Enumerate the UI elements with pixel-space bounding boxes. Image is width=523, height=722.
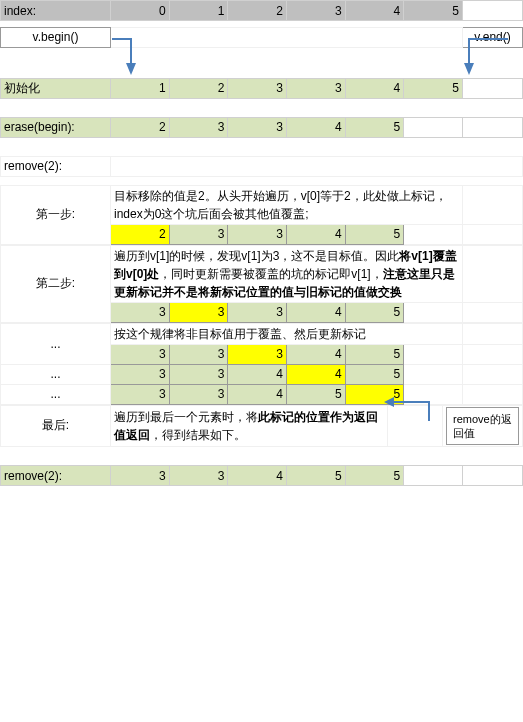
idx-cell: 4 xyxy=(345,1,404,21)
arrow-return xyxy=(384,397,394,407)
index-label: index: xyxy=(1,1,111,21)
init-label: 初始化 xyxy=(1,78,111,98)
stepdots-block: ... 按这个规律将非目标值用于覆盖、然后更新标记 3 3 3 4 5 ... … xyxy=(0,323,523,405)
stepdots-label3: ... xyxy=(1,384,111,404)
remove-result-label: remove(2): xyxy=(1,466,111,486)
remove-result-cell: 3 xyxy=(169,466,228,486)
init-cell: 3 xyxy=(228,78,287,98)
step2-cell: 4 xyxy=(286,302,345,322)
arrows-begin-end xyxy=(0,48,523,78)
init-cell: 2 xyxy=(169,78,228,98)
erase-label: erase(begin): xyxy=(1,117,111,137)
steplast-block: 最后: 遍历到最后一个元素时，将此标记的位置作为返回值返回，得到结果如下。 re… xyxy=(0,405,523,448)
step1-cell: 2 xyxy=(111,224,170,244)
step1-cell: 3 xyxy=(228,224,287,244)
remove2-label-row: remove(2): xyxy=(0,156,523,177)
dots-cell: 3 xyxy=(169,344,228,364)
remove-result-cell: 3 xyxy=(111,466,170,486)
dots-cell: 5 xyxy=(345,364,404,384)
init-cell: 1 xyxy=(111,78,170,98)
step1-label: 第一步: xyxy=(1,185,111,244)
dots-cell: 3 xyxy=(169,384,228,404)
step1-cell: 4 xyxy=(286,224,345,244)
dots-cell: 3 xyxy=(111,384,170,404)
step2-cell: 3 xyxy=(169,302,228,322)
erase-cell: 5 xyxy=(345,117,404,137)
begin-end-row: v.begin() v.end() xyxy=(0,21,523,48)
init-cell: 4 xyxy=(345,78,404,98)
step2-label: 第二步: xyxy=(1,245,111,322)
erase-cell: 4 xyxy=(286,117,345,137)
vbegin-box: v.begin() xyxy=(1,27,111,47)
erase-begin-row: erase(begin): 2 3 3 4 5 xyxy=(0,117,523,138)
remove2-label: remove(2): xyxy=(1,156,111,176)
step1-desc: 目标移除的值是2。从头开始遍历，v[0]等于2，此处做上标记，index为0这个… xyxy=(111,185,463,224)
remove-result-cell: 5 xyxy=(286,466,345,486)
dots-cell: 3 xyxy=(169,364,228,384)
steplast-label: 最后: xyxy=(1,405,111,447)
init-row: 初始化 1 2 3 3 4 5 xyxy=(0,78,523,99)
step2-cell: 5 xyxy=(345,302,404,322)
step2-desc: 遍历到v[1]的时候，发现v[1]为3，这不是目标值。因此将v[1]覆盖到v[0… xyxy=(111,245,463,302)
step2-cell: 3 xyxy=(111,302,170,322)
dots-cell: 4 xyxy=(228,384,287,404)
stepdots-label: ... xyxy=(1,323,111,364)
dots-cell: 4 xyxy=(228,364,287,384)
dots-cell: 3 xyxy=(228,344,287,364)
dots-cell: 5 xyxy=(286,384,345,404)
steplast-desc: 遍历到最后一个元素时，将此标记的位置作为返回值返回，得到结果如下。 xyxy=(111,405,388,447)
remove-result-cell: 4 xyxy=(228,466,287,486)
step1-block: 第一步: 目标移除的值是2。从头开始遍历，v[0]等于2，此处做上标记，inde… xyxy=(0,185,523,245)
idx-cell: 0 xyxy=(111,1,170,21)
dots-cell: 4 xyxy=(286,364,345,384)
stepdots-desc: 按这个规律将非目标值用于覆盖、然后更新标记 xyxy=(111,323,463,344)
dots-cell: 3 xyxy=(111,364,170,384)
step2-cell: 3 xyxy=(228,302,287,322)
step2-block: 第二步: 遍历到v[1]的时候，发现v[1]为3，这不是目标值。因此将v[1]覆… xyxy=(0,245,523,323)
dots-cell: 3 xyxy=(111,344,170,364)
erase-cell: 3 xyxy=(169,117,228,137)
remove-return-box: remove的返回值 xyxy=(446,407,519,446)
idx-cell: 3 xyxy=(286,1,345,21)
erase-cell: 3 xyxy=(228,117,287,137)
idx-cell: 2 xyxy=(228,1,287,21)
erase-cell: 2 xyxy=(111,117,170,137)
index-header-row: index: 0 1 2 3 4 5 xyxy=(0,0,523,21)
idx-cell: 5 xyxy=(404,1,463,21)
init-cell: 5 xyxy=(404,78,463,98)
init-cell: 3 xyxy=(286,78,345,98)
stepdots-label2: ... xyxy=(1,364,111,384)
step1-cell: 3 xyxy=(169,224,228,244)
remove-result-cell: 5 xyxy=(345,466,404,486)
dots-cell: 4 xyxy=(286,344,345,364)
remove-result-row: remove(2): 3 3 4 5 5 xyxy=(0,465,523,486)
dots-cell: 5 xyxy=(345,344,404,364)
step1-cell: 5 xyxy=(345,224,404,244)
idx-cell: 1 xyxy=(169,1,228,21)
